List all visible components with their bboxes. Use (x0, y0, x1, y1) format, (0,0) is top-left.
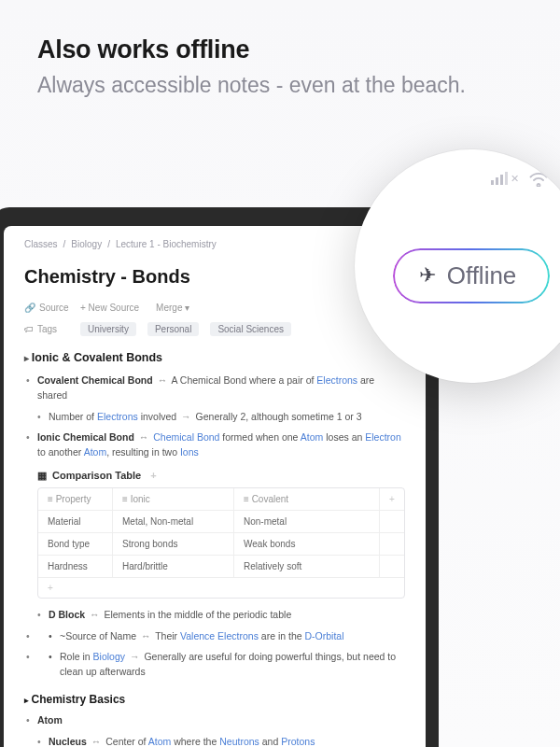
link[interactable]: Atom (84, 446, 107, 458)
signal-icon: ✕ (491, 172, 519, 185)
tag-chip[interactable]: Social Sciences (210, 322, 291, 336)
wifi-icon (528, 170, 549, 187)
link[interactable]: Biology (93, 651, 125, 662)
link[interactable]: Protons (281, 736, 315, 747)
tags-row: 🏷Tags University Personal Social Science… (24, 322, 405, 336)
bullet-item: D Block ↔ Elements in the middle of the … (24, 608, 405, 623)
page-title: Chemistry - Bonds (24, 266, 405, 288)
offline-badge: ✈ Offline (393, 248, 551, 303)
link[interactable]: Chemical Bond (153, 431, 219, 443)
link[interactable]: Valence Electrons (180, 630, 259, 641)
tag-icon: 🏷 (24, 324, 34, 334)
hero-subtitle: Always accessible notes - even at the be… (37, 72, 523, 99)
new-source-button[interactable]: + New Source (80, 303, 139, 313)
crumb-item[interactable]: Biology (71, 239, 102, 249)
link[interactable]: Ions (180, 446, 199, 458)
table-header-row: ≡ Property ≡ Ionic ≡ Covalent + (38, 488, 404, 511)
link[interactable]: Atom (301, 431, 324, 443)
airplane-icon: ✈ (419, 263, 436, 288)
link[interactable]: Atom (148, 736, 172, 747)
breadcrumb[interactable]: Classes/ Biology/ Lecture 1 - Biochemist… (24, 239, 405, 249)
section-title: Chemistry Basics (24, 693, 405, 706)
status-bar: ✕ (491, 170, 549, 187)
table-title: ▦Comparison Table + (24, 470, 405, 482)
table-row: MaterialMetal, Non-metalNon-metal (38, 511, 404, 533)
bullet-item: Ionic Chemical Bond ↔ Chemical Bond form… (24, 430, 405, 460)
source-label: 🔗Source (24, 303, 69, 313)
add-column-button[interactable]: + (380, 488, 404, 510)
link[interactable]: Electrons (97, 411, 138, 422)
bullet-item: Number of Electrons involved → Generally… (24, 410, 405, 425)
add-table-button[interactable]: + (150, 470, 156, 481)
crumb-item[interactable]: Classes (24, 239, 58, 249)
link[interactable]: Neutrons (219, 736, 259, 747)
link[interactable]: D-Orbital (305, 630, 344, 641)
link[interactable]: Electrons (316, 374, 357, 386)
bullet-item: Atom (24, 713, 405, 728)
col-header[interactable]: ≡ Ionic (113, 488, 234, 510)
merge-button[interactable]: Merge ▾ (150, 303, 196, 313)
tag-chip[interactable]: University (80, 322, 136, 336)
tag-chip[interactable]: Personal (147, 322, 199, 336)
crumb-item[interactable]: Lecture 1 - Biochemistry (116, 239, 217, 249)
bullet-item: Nucleus ↔ Center of Atom where the Neutr… (24, 735, 405, 748)
bullet-item: •~Source of Name ↔ Their Valence Electro… (24, 629, 405, 644)
bullet-item: •Role in Biology → Generally are useful … (24, 650, 405, 680)
add-row-button[interactable]: + (38, 578, 404, 598)
tags-label: 🏷Tags (24, 324, 69, 334)
link-icon: 🔗 (24, 303, 35, 313)
col-header[interactable]: ≡ Covalent (234, 488, 380, 510)
table-row: Bond typeStrong bondsWeak bonds (38, 533, 404, 556)
section-title: Ionic & Covalent Bonds (24, 351, 405, 364)
offline-label: Offline (447, 261, 517, 290)
table-icon: ▦ (37, 470, 47, 482)
col-header[interactable]: ≡ Property (38, 488, 113, 510)
table-row: HardnessHard/brittleRelatively soft (38, 556, 404, 578)
source-row: 🔗Source + New Source Merge ▾ (24, 303, 405, 313)
link[interactable]: Electron (365, 431, 401, 443)
hero-title: Also works offline (37, 35, 523, 64)
bullet-item: Covalent Chemical Bond ↔ A Chemical Bond… (24, 374, 405, 403)
comparison-table: ≡ Property ≡ Ionic ≡ Covalent + Material… (37, 487, 405, 599)
